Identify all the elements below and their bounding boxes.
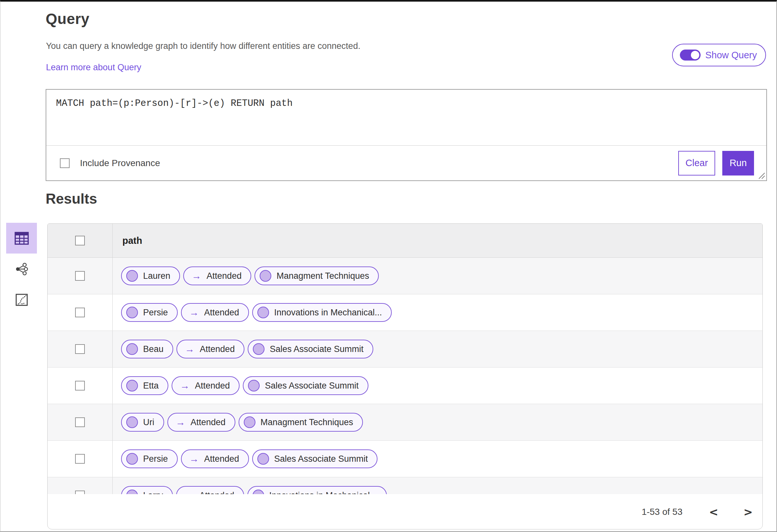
chart-view-button[interactable] xyxy=(6,284,37,315)
arrow-right-icon: → xyxy=(192,271,201,281)
node-circle-icon xyxy=(253,343,264,355)
table-row[interactable]: Uri → Attended Managment Techniques xyxy=(47,404,762,441)
arrow-right-icon: → xyxy=(185,343,195,354)
row-checkbox[interactable] xyxy=(75,417,85,427)
row-checkbox[interactable] xyxy=(75,271,85,281)
page-description: You can query a knowledge graph to ident… xyxy=(46,41,360,51)
edge-pill[interactable]: → Attended xyxy=(176,486,244,494)
query-footer: Include Provenance Clear Run xyxy=(46,146,766,180)
query-editor: MATCH path=(p:Person)-[r]->(e) RETURN pa… xyxy=(46,89,767,181)
table-row[interactable]: Persie → Attended Sales Associate Summit xyxy=(47,441,762,477)
row-target-label: Sales Associate Summit xyxy=(274,454,368,464)
row-edge-label: Attended xyxy=(200,344,235,354)
row-checkbox[interactable] xyxy=(75,308,85,317)
row-source-label: Uri xyxy=(143,417,154,427)
node-circle-icon xyxy=(126,343,138,355)
results-heading: Results xyxy=(46,191,97,207)
clear-button[interactable]: Clear xyxy=(678,151,715,176)
row-checkbox[interactable] xyxy=(75,454,85,464)
chart-icon xyxy=(15,293,28,307)
source-node-pill[interactable]: Larry xyxy=(121,486,173,494)
page-title: Query xyxy=(46,10,89,27)
table-row[interactable]: Etta → Attended Sales Associate Summit xyxy=(47,367,762,404)
arrow-right-icon: → xyxy=(189,307,199,318)
row-target-label: Sales Associate Summit xyxy=(265,381,359,391)
row-edge-label: Attended xyxy=(207,271,241,281)
learn-more-link[interactable]: Learn more about Query xyxy=(46,63,141,73)
toggle-on-icon[interactable] xyxy=(680,49,700,61)
row-target-label: Sales Associate Summit xyxy=(270,344,363,354)
table-row[interactable]: Persie → Attended Innovations in Mechani… xyxy=(47,294,762,331)
edge-pill[interactable]: → Attended xyxy=(172,376,240,395)
node-circle-icon xyxy=(248,380,260,392)
row-source-label: Etta xyxy=(143,381,158,391)
table-body: Lauren → Attended Managment Techniques P… xyxy=(47,258,762,494)
source-node-pill[interactable]: Beau xyxy=(121,340,173,358)
query-textarea[interactable]: MATCH path=(p:Person)-[r]->(e) RETURN pa… xyxy=(46,90,766,146)
source-node-pill[interactable]: Uri xyxy=(121,413,164,432)
source-node-pill[interactable]: Persie xyxy=(121,449,178,468)
target-node-pill[interactable]: Sales Associate Summit xyxy=(252,449,378,468)
table-header-row: path xyxy=(47,224,762,258)
table-view-button[interactable] xyxy=(6,223,37,253)
graph-icon xyxy=(15,262,28,276)
show-query-label: Show Query xyxy=(705,50,757,61)
row-target-label: Innovations in Mechanical... xyxy=(274,308,382,318)
include-provenance-checkbox[interactable] xyxy=(60,158,70,168)
results-scroll-area[interactable]: path Lauren → Attended Managment Techniq… xyxy=(47,224,762,494)
row-edge-label: Attended xyxy=(191,417,226,427)
row-edge-label: Attended xyxy=(199,491,234,495)
edge-pill[interactable]: → Attended xyxy=(177,340,244,358)
edge-pill[interactable]: → Attended xyxy=(168,413,235,432)
row-edge-label: Attended xyxy=(204,454,239,464)
row-edge-label: Attended xyxy=(204,308,239,318)
node-circle-icon xyxy=(126,380,138,392)
previous-page-icon[interactable]: < xyxy=(709,507,718,517)
target-node-pill[interactable]: Sales Associate Summit xyxy=(243,376,368,395)
path-column-header: path xyxy=(122,235,142,246)
row-checkbox[interactable] xyxy=(75,491,85,494)
edge-pill[interactable]: → Attended xyxy=(183,267,251,285)
row-target-label: Managment Techniques xyxy=(261,417,353,427)
table-icon xyxy=(14,230,30,246)
node-circle-icon xyxy=(126,416,138,428)
show-query-toggle[interactable]: Show Query xyxy=(672,44,766,67)
run-button[interactable]: Run xyxy=(722,151,754,176)
edge-pill[interactable]: → Attended xyxy=(181,303,249,322)
row-source-label: Larry xyxy=(143,491,163,495)
source-node-pill[interactable]: Persie xyxy=(121,303,178,322)
target-node-pill[interactable]: Managment Techniques xyxy=(239,413,363,432)
graph-view-button[interactable] xyxy=(6,253,37,284)
resize-grip-icon[interactable] xyxy=(757,171,765,179)
row-checkbox[interactable] xyxy=(75,381,85,391)
target-node-pill[interactable]: Innovations in Mechanical... xyxy=(247,486,387,494)
table-row[interactable]: Lauren → Attended Managment Techniques xyxy=(47,258,762,294)
arrow-right-icon: → xyxy=(189,453,199,464)
table-row[interactable]: Larry → Attended Innovations in Mechanic… xyxy=(47,477,762,494)
include-provenance-label: Include Provenance xyxy=(80,158,160,169)
edge-pill[interactable]: → Attended xyxy=(181,449,249,468)
row-source-label: Persie xyxy=(143,308,168,318)
next-page-icon[interactable]: > xyxy=(744,507,753,517)
results-panel: path Lauren → Attended Managment Techniq… xyxy=(47,223,763,529)
row-edge-label: Attended xyxy=(195,381,230,391)
node-circle-icon xyxy=(257,307,269,318)
pagination-range: 1-53 of 53 xyxy=(642,507,682,517)
select-all-checkbox[interactable] xyxy=(75,236,85,245)
source-node-pill[interactable]: Lauren xyxy=(121,267,180,285)
node-circle-icon xyxy=(126,270,138,282)
toggle-knob xyxy=(691,51,699,59)
node-circle-icon xyxy=(244,416,255,428)
table-row[interactable]: Beau → Attended Sales Associate Summit xyxy=(47,331,762,367)
target-node-pill[interactable]: Managment Techniques xyxy=(254,267,379,285)
source-node-pill[interactable]: Etta xyxy=(121,376,169,395)
node-circle-icon xyxy=(126,490,138,494)
node-circle-icon xyxy=(252,490,264,494)
target-node-pill[interactable]: Innovations in Mechanical... xyxy=(252,303,392,322)
view-switcher xyxy=(6,223,37,315)
arrow-right-icon: → xyxy=(180,380,190,391)
row-target-label: Innovations in Mechanical... xyxy=(269,491,377,495)
row-source-label: Beau xyxy=(143,344,163,354)
row-checkbox[interactable] xyxy=(75,344,85,354)
target-node-pill[interactable]: Sales Associate Summit xyxy=(248,340,373,358)
